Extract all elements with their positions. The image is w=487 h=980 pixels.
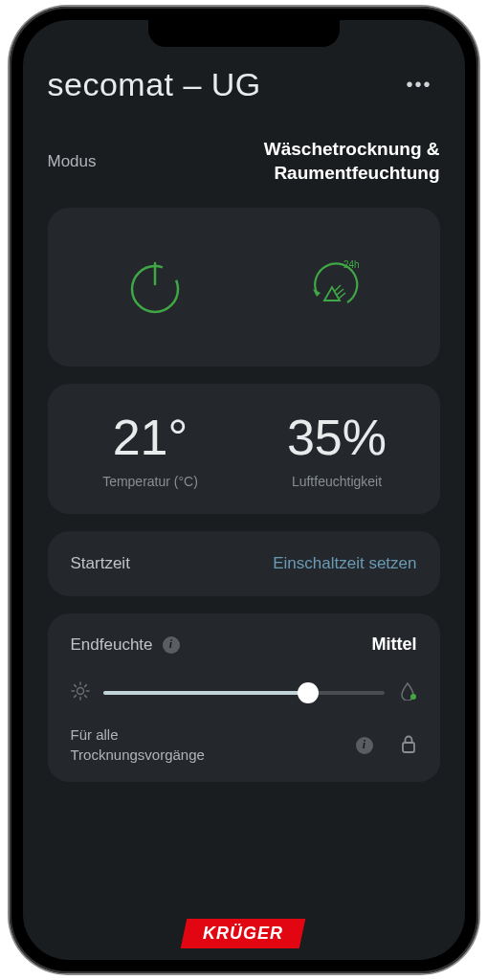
mode-value: Wäschetrocknung & Raumentfeuchtung	[264, 138, 440, 185]
svg-line-6	[339, 293, 345, 299]
auto-24h-button[interactable]: 24h	[289, 244, 375, 330]
svg-line-5	[337, 289, 343, 295]
sun-icon	[71, 681, 90, 704]
svg-text:24h: 24h	[343, 259, 360, 270]
page-title: secomat – UG	[48, 66, 261, 103]
power-icon	[125, 257, 185, 317]
footer-text: Für alle Trocknungsvorgänge	[71, 725, 205, 765]
svg-line-4	[335, 285, 341, 291]
brand-text: KRÜGER	[203, 924, 283, 944]
power-button[interactable]	[112, 244, 198, 330]
svg-line-14	[74, 696, 76, 698]
brand-badge: KRÜGER	[181, 919, 306, 948]
humidity-label: Luftfeuchtigkeit	[244, 474, 431, 489]
phone-frame: secomat – UG ••• Modus Wäschetrocknung &…	[10, 7, 478, 973]
svg-point-7	[77, 688, 83, 695]
end-humidity-left: Endfeuchte i	[71, 635, 180, 655]
humidity-slider-row	[71, 681, 417, 704]
slider-fill	[103, 691, 309, 695]
droplet-icon	[398, 681, 417, 704]
notch	[148, 20, 340, 47]
svg-line-13	[84, 696, 86, 698]
start-time-label: Startzeit	[71, 554, 130, 573]
svg-point-16	[410, 694, 416, 700]
brand-bar: KRÜGER	[23, 909, 465, 960]
start-time-action: Einschaltzeit setzen	[273, 554, 416, 573]
humidity-value: 35%	[244, 412, 431, 462]
start-time-card[interactable]: Startzeit Einschaltzeit setzen	[48, 531, 440, 596]
footer-line2: Trocknungsvorgänge	[71, 746, 205, 765]
info-icon-2[interactable]: i	[356, 737, 373, 754]
more-menu-button[interactable]: •••	[398, 66, 439, 103]
end-humidity-value: Mittel	[372, 635, 417, 655]
slider-thumb[interactable]	[298, 682, 319, 703]
humidity-stat: 35% Luftfeuchtigkeit	[244, 412, 431, 489]
mode-row[interactable]: Modus Wäschetrocknung & Raumentfeuchtung	[48, 138, 440, 185]
end-humidity-card: Endfeuchte i Mittel	[48, 613, 440, 782]
temperature-value: 21°	[57, 412, 244, 462]
temperature-stat: 21° Temperatur (°C)	[57, 412, 244, 489]
svg-line-15	[84, 685, 86, 687]
humidity-slider[interactable]	[103, 691, 385, 695]
end-humidity-header: Endfeuchte i Mittel	[71, 635, 417, 655]
mode-value-line1: Wäschetrocknung &	[264, 138, 440, 162]
info-icon[interactable]: i	[163, 636, 180, 654]
stats-card: 21° Temperatur (°C) 35% Luftfeuchtigkeit	[48, 384, 440, 514]
header: secomat – UG •••	[48, 66, 440, 103]
svg-line-12	[74, 685, 76, 687]
svg-rect-17	[403, 743, 414, 752]
mode-value-line2: Raumentfeuchtung	[264, 162, 440, 186]
lock-icon[interactable]	[400, 734, 417, 757]
footer-icons: i	[356, 734, 417, 757]
screen: secomat – UG ••• Modus Wäschetrocknung &…	[23, 20, 465, 960]
app-content: secomat – UG ••• Modus Wäschetrocknung &…	[23, 20, 465, 909]
end-humidity-label: Endfeuchte	[71, 635, 153, 655]
auto-24h-icon: 24h	[299, 255, 365, 320]
mode-label: Modus	[48, 152, 97, 171]
footer-line1: Für alle	[71, 725, 205, 745]
temperature-label: Temperatur (°C)	[57, 474, 244, 489]
controls-card: 24h	[48, 208, 440, 367]
humidity-footer: Für alle Trocknungsvorgänge i	[71, 725, 417, 765]
